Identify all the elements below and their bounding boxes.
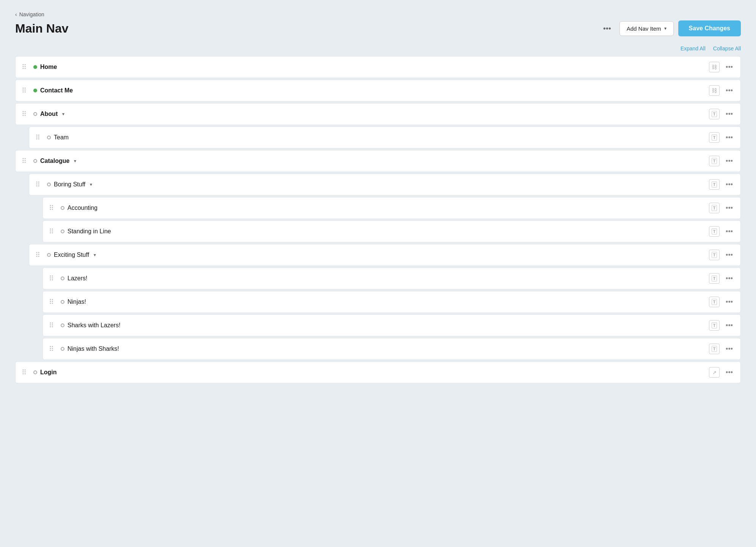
item-type-icon-home[interactable]: ⛓ (709, 62, 720, 72)
page-header: Main Nav ••• Add Nav Item ▾ Save Changes (15, 20, 741, 36)
drag-dots-icon: ⠿ (35, 252, 40, 258)
drag-dots-icon: ⠿ (35, 181, 40, 188)
item-label-ninjas: Ninjas! (67, 299, 86, 305)
expand-all-link[interactable]: Expand All (681, 45, 706, 52)
item-type-icon-sharks-with-lazers[interactable]: T (709, 320, 720, 331)
item-more-button-exciting-stuff[interactable]: ••• (723, 250, 735, 260)
status-dot-team (47, 136, 51, 139)
item-type-icon-contact-me[interactable]: ⛓ (709, 85, 720, 96)
item-type-icon-boring-stuff[interactable]: T (709, 179, 720, 190)
item-type-icon-ninjas[interactable]: T (709, 297, 720, 307)
item-content-ninjas: Ninjas! (61, 299, 709, 305)
item-type-icon-standing-in-line[interactable]: T (709, 226, 720, 237)
item-more-button-about[interactable]: ••• (723, 109, 735, 119)
drag-dots-icon: ⠿ (49, 322, 54, 329)
item-type-icon-catalogue[interactable]: T (709, 156, 720, 166)
nav-item-exciting-stuff: ⠿Exciting Stuff▾T••• (29, 244, 741, 266)
item-label-boring-stuff: Boring Stuff (54, 181, 85, 188)
item-actions-ninjas: T••• (709, 297, 735, 307)
drag-handle-ninjas-with-sharks[interactable]: ⠿ (47, 344, 56, 354)
drag-handle-home[interactable]: ⠿ (19, 62, 29, 72)
item-actions-ninjas-with-sharks: T••• (709, 344, 735, 354)
item-more-button-catalogue[interactable]: ••• (723, 156, 735, 166)
nav-item-standing-in-line: ⠿Standing in LineT••• (42, 220, 741, 242)
item-type-icon-team[interactable]: T (709, 132, 720, 143)
item-more-button-standing-in-line[interactable]: ••• (723, 227, 735, 236)
drag-dots-icon: ⠿ (49, 299, 54, 305)
item-content-standing-in-line: Standing in Line (61, 228, 709, 235)
add-nav-chevron-icon: ▾ (664, 26, 667, 31)
item-more-button-ninjas-with-sharks[interactable]: ••• (723, 344, 735, 354)
nav-item-wrapper-lazers: ⠿Lazers!T••• (15, 267, 741, 289)
drag-handle-exciting-stuff[interactable]: ⠿ (33, 250, 42, 260)
item-more-button-team[interactable]: ••• (723, 133, 735, 142)
nav-item-wrapper-accounting: ⠿AccountingT••• (15, 197, 741, 219)
item-actions-standing-in-line: T••• (709, 226, 735, 237)
drag-handle-sharks-with-lazers[interactable]: ⠿ (47, 320, 56, 330)
item-more-button-contact-me[interactable]: ••• (723, 86, 735, 95)
drag-handle-ninjas[interactable]: ⠿ (47, 297, 56, 307)
nav-item-wrapper-home: ⠿Home⛓••• (15, 56, 741, 78)
item-label-home: Home (40, 64, 57, 70)
nav-item-home: ⠿Home⛓••• (15, 56, 741, 78)
item-type-icon-login[interactable]: ↗ (709, 367, 720, 378)
drag-dots-icon: ⠿ (49, 345, 54, 352)
item-content-login: Login (33, 369, 709, 376)
item-type-icon-lazers[interactable]: T (709, 273, 720, 284)
drag-dots-icon: ⠿ (35, 134, 40, 141)
item-type-icon-accounting[interactable]: T (709, 203, 720, 213)
item-more-button-home[interactable]: ••• (723, 63, 735, 72)
drag-handle-accounting[interactable]: ⠿ (47, 203, 56, 213)
back-link[interactable]: ‹ Navigation (15, 11, 741, 17)
expand-chevron-boring-stuff[interactable]: ▾ (90, 182, 92, 187)
item-type-icon-ninjas-with-sharks[interactable]: T (709, 344, 720, 354)
expand-chevron-catalogue[interactable]: ▾ (74, 158, 76, 164)
nav-item-team: ⠿TeamT••• (29, 127, 741, 148)
header-more-button[interactable]: ••• (599, 22, 615, 35)
add-nav-item-button[interactable]: Add Nav Item ▾ (620, 21, 674, 36)
link-icon: ⛓ (712, 64, 717, 70)
item-actions-exciting-stuff: T••• (709, 250, 735, 260)
expand-chevron-about[interactable]: ▾ (62, 111, 64, 117)
item-label-lazers: Lazers! (67, 275, 87, 282)
drag-handle-team[interactable]: ⠿ (33, 133, 42, 142)
save-changes-button[interactable]: Save Changes (678, 20, 741, 36)
item-type-icon-exciting-stuff[interactable]: T (709, 250, 720, 260)
item-content-home: Home (33, 64, 709, 70)
drag-handle-about[interactable]: ⠿ (19, 109, 29, 119)
nav-item-wrapper-exciting-stuff: ⠿Exciting Stuff▾T••• (15, 244, 741, 266)
nav-item-wrapper-sharks-with-lazers: ⠿Sharks with Lazers!T••• (15, 314, 741, 336)
item-actions-contact-me: ⛓••• (709, 85, 735, 96)
nav-item-contact-me: ⠿Contact Me⛓••• (15, 80, 741, 102)
nav-item-wrapper-about: ⠿About▾T••• (15, 103, 741, 125)
drag-handle-contact-me[interactable]: ⠿ (19, 86, 29, 95)
item-label-ninjas-with-sharks: Ninjas with Sharks! (67, 345, 119, 352)
nav-item-wrapper-login: ⠿Login↗••• (15, 361, 741, 383)
collapse-all-link[interactable]: Collapse All (713, 45, 741, 52)
item-label-sharks-with-lazers: Sharks with Lazers! (67, 322, 121, 329)
drag-dots-icon: ⠿ (22, 64, 27, 70)
item-actions-boring-stuff: T••• (709, 179, 735, 190)
item-content-ninjas-with-sharks: Ninjas with Sharks! (61, 345, 709, 352)
item-more-button-accounting[interactable]: ••• (723, 203, 735, 213)
item-more-button-login[interactable]: ••• (723, 368, 735, 377)
item-content-accounting: Accounting (61, 205, 709, 211)
item-more-button-sharks-with-lazers[interactable]: ••• (723, 321, 735, 330)
item-content-catalogue: Catalogue▾ (33, 158, 709, 164)
drag-dots-icon: ⠿ (49, 275, 54, 282)
expand-chevron-exciting-stuff[interactable]: ▾ (94, 252, 96, 258)
back-arrow-icon: ‹ (15, 11, 17, 17)
item-content-boring-stuff: Boring Stuff▾ (47, 181, 709, 188)
drag-handle-lazers[interactable]: ⠿ (47, 274, 56, 283)
item-actions-team: T••• (709, 132, 735, 143)
item-more-button-boring-stuff[interactable]: ••• (723, 180, 735, 189)
drag-handle-catalogue[interactable]: ⠿ (19, 156, 29, 166)
drag-dots-icon: ⠿ (22, 87, 27, 94)
item-more-button-lazers[interactable]: ••• (723, 274, 735, 283)
drag-handle-boring-stuff[interactable]: ⠿ (33, 180, 42, 189)
drag-handle-login[interactable]: ⠿ (19, 367, 29, 377)
text-icon: T (712, 252, 717, 258)
item-type-icon-about[interactable]: T (709, 109, 720, 119)
item-more-button-ninjas[interactable]: ••• (723, 297, 735, 307)
drag-handle-standing-in-line[interactable]: ⠿ (47, 227, 56, 236)
